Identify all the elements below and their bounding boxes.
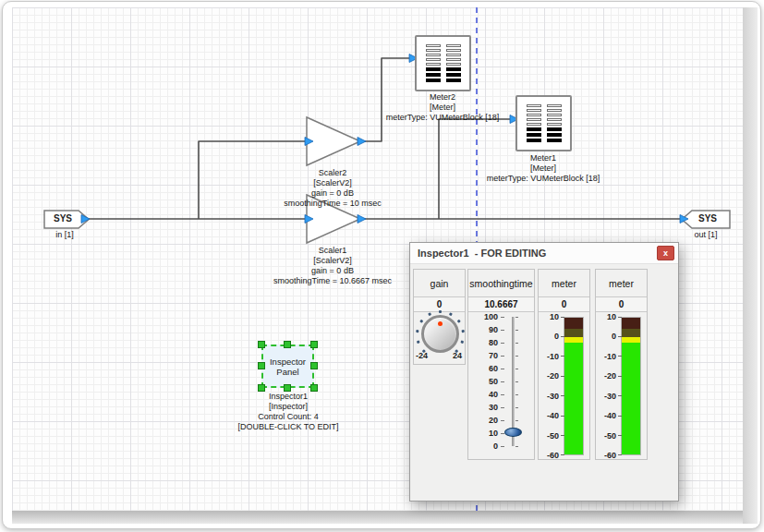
knob-indicator-dot — [438, 321, 443, 326]
tick-mark — [561, 356, 564, 357]
window-titlebar[interactable]: Inspector1 - FOR EDITING x — [410, 243, 678, 264]
meter2-labels: Meter2 [Meter] meterType: VUMeterBlock [… — [386, 92, 500, 123]
scale-row: 0 — [539, 332, 589, 341]
scale-row: -40 — [539, 411, 589, 420]
tick-mark — [515, 317, 518, 318]
meter2-block[interactable] — [415, 35, 471, 91]
tick-mark — [618, 376, 622, 377]
scale-row: 0 — [596, 332, 647, 341]
scale-row: 30 — [468, 403, 534, 412]
sys-out-label: SYS — [689, 213, 726, 224]
slider-handle[interactable] — [504, 428, 522, 437]
selection-handle-e[interactable] — [310, 362, 318, 369]
sys-out-port-label: out [1] — [694, 230, 717, 240]
close-button[interactable]: x — [657, 246, 674, 260]
smoothingtime-header: smoothingtime — [468, 270, 534, 297]
scaler2-block[interactable] — [307, 117, 360, 165]
meter-icon — [527, 104, 541, 142]
port-scaler2-out[interactable] — [358, 138, 366, 146]
scale-label: 20 — [473, 416, 498, 425]
scale-label: -20 — [597, 371, 616, 381]
scale-label: 0 — [597, 332, 616, 341]
scaler1-labels: Scaler1 [ScalerV2] gain = 0 dB smoothing… — [273, 246, 392, 286]
tick-mark — [618, 435, 622, 436]
inspector-panel-block[interactable]: Inspector Panel — [261, 345, 314, 388]
tick-mark — [515, 369, 518, 369]
selection-handle-ne[interactable] — [310, 341, 318, 348]
gain-header: gain — [414, 270, 465, 297]
meter1-block[interactable] — [515, 95, 572, 151]
scale-label: -30 — [597, 392, 616, 401]
tick-mark — [515, 343, 518, 344]
meter-panel-2: meter 0 10 0 -10 -20 -30 -40 -50 -60 — [595, 269, 648, 460]
selection-handle-w[interactable] — [258, 362, 265, 369]
selection-handle-sw[interactable] — [258, 384, 265, 392]
meter-control-area: 10 0 -10 -20 -30 -40 -50 -60 — [596, 312, 647, 457]
block-param: Control Count: 4 — [237, 412, 338, 422]
block-name: Scaler2 — [284, 168, 381, 178]
scale-label: -50 — [540, 431, 559, 441]
meter-header: meter — [539, 270, 589, 297]
tick-mark — [561, 376, 564, 377]
scale-row: -10 — [596, 352, 647, 361]
scale-row: 0 — [468, 441, 534, 451]
scale-row: 10 — [468, 429, 534, 438]
tick-mark — [618, 336, 622, 337]
scale-row: -60 — [539, 451, 589, 460]
scale-label: -10 — [540, 352, 559, 361]
window-title: Inspector1 - FOR EDITING — [418, 243, 546, 264]
smoothingtime-panel: smoothingtime 10.6667 100 90 80 70 60 50… — [467, 269, 535, 460]
tick-mark — [561, 454, 564, 455]
scaler2-labels: Scaler2 [ScalerV2] gain = 0 dB smoothing… — [284, 168, 381, 209]
scale-row: -50 — [539, 431, 589, 441]
design-canvas-screenshot: SYS SYS in [1] out [1] Meter2 [Meter] me… — [0, 0, 764, 532]
meter-scale: 10 0 -10 -20 -30 -40 -50 -60 — [539, 312, 589, 460]
tick-mark — [561, 336, 564, 337]
meter-icon — [547, 104, 562, 142]
tick-mark — [501, 407, 504, 408]
inspector-window: Inspector1 - FOR EDITING x gain 0 — [409, 242, 679, 502]
tick-mark — [515, 330, 518, 331]
selection-handle-s[interactable] — [284, 384, 291, 392]
scale-label: -60 — [597, 451, 616, 460]
block-name: Scaler1 — [273, 246, 392, 256]
selection-handle-n[interactable] — [284, 341, 291, 348]
selection-handle-nw[interactable] — [258, 341, 265, 348]
scale-row: 100 — [468, 312, 534, 321]
scale-label: 90 — [473, 325, 498, 334]
tick-mark — [515, 420, 518, 421]
scale-row: -30 — [539, 392, 589, 401]
tick-mark — [618, 416, 622, 417]
block-param: gain = 0 dB — [273, 266, 392, 276]
smoothingtime-value[interactable]: 10.6667 — [468, 297, 534, 312]
scale-label: -10 — [597, 352, 616, 361]
block-param: gain = 0 dB — [284, 188, 381, 199]
sys-in-label: SYS — [44, 213, 81, 224]
scale-label: 0 — [540, 332, 559, 341]
scale-row: 80 — [468, 338, 534, 347]
block-type: [ScalerV2] — [273, 256, 392, 266]
tick-mark — [501, 420, 504, 421]
tick-mark — [515, 446, 518, 447]
tick-mark — [618, 356, 622, 357]
tick-mark — [501, 394, 504, 395]
sys-in-port-label: in [1] — [55, 230, 74, 240]
scale-row: -10 — [539, 352, 589, 361]
meter-value: 0 — [539, 297, 589, 312]
scale-label: -50 — [597, 431, 616, 441]
tick-mark — [501, 317, 504, 318]
scale-label: 10 — [597, 312, 616, 321]
block-name: Meter1 — [487, 153, 600, 163]
slider-control-area: 100 90 80 70 60 50 40 30 20 10 0 — [468, 312, 534, 457]
knob-max-label: 24 — [453, 351, 462, 360]
knob-min-label: -24 — [416, 351, 428, 360]
gain-knob[interactable] — [421, 315, 459, 353]
selection-handle-se[interactable] — [310, 384, 318, 392]
scale-label: -40 — [540, 411, 559, 420]
scale-row: -20 — [539, 371, 589, 381]
port-scaler1-out[interactable] — [358, 215, 366, 224]
block-type: [Meter] — [386, 103, 500, 113]
scale-label: -20 — [540, 371, 559, 381]
meter-scale: 10 0 -10 -20 -30 -40 -50 -60 — [596, 312, 647, 460]
meter1-labels: Meter1 [Meter] meterType: VUMeterBlock [… — [487, 153, 600, 184]
